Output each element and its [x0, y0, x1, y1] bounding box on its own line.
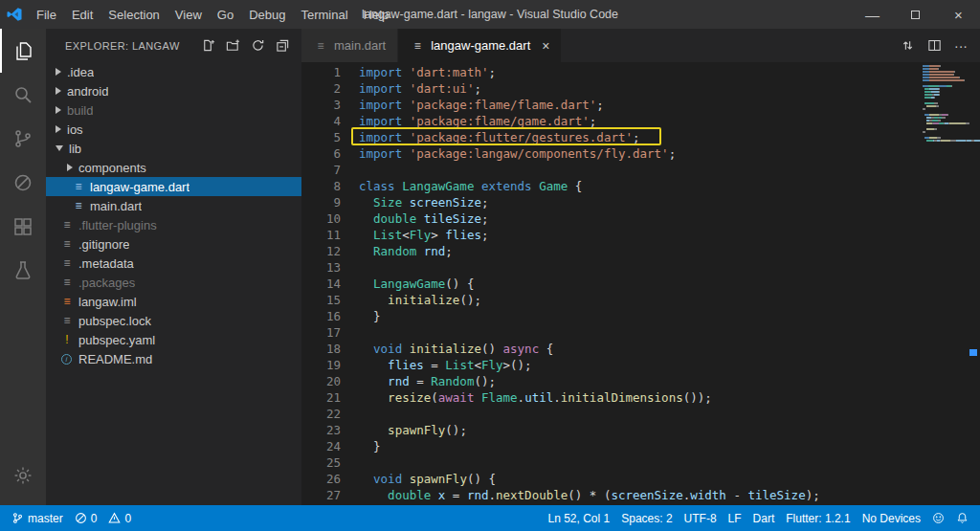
folder-item-android[interactable]: android: [46, 81, 301, 100]
code-line[interactable]: 27 double x = rnd.nextDouble() * (screen…: [301, 487, 921, 503]
minimap-line: [923, 85, 967, 87]
code-line[interactable]: 9 Size screenSize;: [301, 194, 921, 210]
code-line[interactable]: 21 resize(await Flame.util.initialDimens…: [301, 389, 921, 406]
toggle-changes-button[interactable]: [896, 34, 919, 57]
menu-debug[interactable]: Debug: [241, 4, 293, 26]
activity-source-control[interactable]: [0, 117, 46, 161]
menu-view[interactable]: View: [167, 4, 210, 26]
file-item--metadata[interactable]: ≡.metadata: [46, 254, 301, 273]
code-line[interactable]: 25: [301, 454, 921, 471]
minimize-button[interactable]: —: [851, 0, 894, 29]
code-line[interactable]: 3import 'package:flame/flame.dart';: [301, 97, 921, 113]
editor-body[interactable]: 1import 'dart:math';2import 'dart:ui';3i…: [301, 62, 980, 505]
close-tab-button[interactable]: ×: [542, 38, 549, 54]
minimap-line: [923, 65, 967, 67]
new-folder-button[interactable]: [223, 36, 242, 55]
code-token: -: [726, 488, 748, 502]
code-line[interactable]: 13: [301, 259, 921, 276]
language-mode[interactable]: Dart: [747, 505, 781, 531]
file-item-langaw-iml[interactable]: ≡langaw.iml: [46, 292, 301, 311]
code-line[interactable]: 12 Random rnd;: [301, 243, 921, 259]
tab-langaw-game-dart[interactable]: ≡langaw-game.dart×: [398, 29, 562, 62]
code-token: [359, 374, 388, 388]
menu-terminal[interactable]: Terminal: [293, 4, 355, 26]
device-selector[interactable]: No Devices: [857, 505, 926, 531]
line-number: 22: [301, 406, 341, 422]
minimap[interactable]: [923, 65, 967, 143]
scrollbar[interactable]: [967, 62, 980, 505]
code-line[interactable]: 8class LangawGame extends Game {: [301, 178, 921, 194]
folder-item-components[interactable]: components: [46, 158, 301, 177]
code-line[interactable]: 22: [301, 406, 921, 422]
activity-explorer[interactable]: [0, 29, 46, 73]
collapse-all-button[interactable]: [273, 36, 292, 55]
code-line[interactable]: 11 List<Fly> flies;: [301, 227, 921, 243]
file-item-langaw-game-dart[interactable]: ≡langaw-game.dart: [46, 177, 301, 196]
branch-indicator[interactable]: master: [6, 505, 69, 531]
file-item--packages[interactable]: ≡.packages: [46, 273, 301, 292]
code-line[interactable]: 5import 'package:flutter/gestures.dart';: [301, 129, 921, 145]
folder-item--idea[interactable]: .idea: [46, 62, 301, 81]
code-line[interactable]: 18 void initialize() async {: [301, 341, 921, 357]
code-line[interactable]: 4import 'package:flame/game.dart';: [301, 113, 921, 129]
activity-test[interactable]: [0, 249, 46, 293]
code-line[interactable]: 6import 'package:langaw/components/fly.d…: [301, 145, 921, 162]
minimap-token: [939, 91, 940, 93]
file-item-pubspec-yaml[interactable]: !pubspec.yaml: [46, 330, 301, 349]
menu-selection[interactable]: Selection: [100, 4, 167, 26]
code-line[interactable]: 1import 'dart:math';: [301, 64, 921, 80]
code-line[interactable]: 10 double tileSize;: [301, 210, 921, 227]
file-item-readme-md[interactable]: iREADME.md: [46, 349, 301, 368]
code-line[interactable]: 23 spawnFly();: [301, 422, 921, 438]
file-item--gitignore[interactable]: ≡.gitignore: [46, 234, 301, 254]
refresh-button[interactable]: [248, 36, 267, 55]
code-line[interactable]: 26 void spawnFly() {: [301, 471, 921, 487]
more-actions-button[interactable]: ···: [949, 34, 972, 57]
encoding[interactable]: UTF-8: [679, 505, 723, 531]
menu-edit[interactable]: Edit: [64, 4, 100, 26]
code-line[interactable]: 24 }: [301, 438, 921, 454]
activity-debug[interactable]: [0, 161, 46, 205]
activity-extensions[interactable]: [0, 205, 46, 249]
file-tree: .ideaandroidbuildioslibcomponents≡langaw…: [46, 62, 301, 368]
menu-go[interactable]: Go: [210, 4, 241, 26]
line-number: 27: [301, 487, 341, 503]
file-item-main-dart[interactable]: ≡main.dart: [46, 196, 301, 215]
file-item--flutter-plugins[interactable]: ≡.flutter-plugins: [46, 215, 301, 234]
split-editor-button[interactable]: [923, 34, 946, 57]
minimap-line: [923, 105, 967, 107]
activity-settings[interactable]: [0, 454, 46, 498]
folder-item-ios[interactable]: ios: [46, 120, 301, 139]
eol[interactable]: LF: [723, 505, 747, 531]
feedback[interactable]: [926, 505, 950, 531]
warning-count[interactable]: 0: [102, 505, 137, 531]
flutter-version[interactable]: Flutter: 1.2.1: [780, 505, 856, 531]
activity-search[interactable]: [0, 73, 46, 117]
code-line[interactable]: 15 initialize();: [301, 292, 921, 308]
close-button[interactable]: ×: [937, 0, 980, 29]
line-number: 20: [301, 373, 341, 389]
notifications[interactable]: [950, 505, 974, 531]
folder-item-build[interactable]: build: [46, 100, 301, 120]
folder-item-lib[interactable]: lib: [46, 139, 301, 158]
extensions-icon: [11, 215, 34, 238]
status-label: No Devices: [862, 512, 921, 525]
source-control-icon: [11, 127, 34, 150]
code-line[interactable]: 14 LangawGame() {: [301, 276, 921, 292]
indentation[interactable]: Spaces: 2: [615, 505, 678, 531]
code-line[interactable]: 2import 'dart:ui';: [301, 80, 921, 97]
maximize-button[interactable]: [894, 0, 937, 29]
code-line[interactable]: 7: [301, 162, 921, 178]
code-line[interactable]: 17: [301, 324, 921, 341]
new-file-button[interactable]: [198, 36, 217, 55]
menu-file[interactable]: File: [29, 4, 64, 26]
code-line[interactable]: 16 }: [301, 308, 921, 324]
file-item-pubspec-lock[interactable]: ≡pubspec.lock: [46, 311, 301, 330]
code-line[interactable]: 20 rnd = Random();: [301, 373, 921, 389]
cursor-position[interactable]: Ln 52, Col 1: [542, 505, 615, 531]
error-count[interactable]: 0: [69, 505, 103, 531]
minimap-line: [923, 137, 967, 139]
code-line[interactable]: 19 flies = List<Fly>();: [301, 357, 921, 373]
minimap-token: [929, 65, 940, 67]
tab-main-dart[interactable]: ≡main.dart: [301, 29, 398, 62]
